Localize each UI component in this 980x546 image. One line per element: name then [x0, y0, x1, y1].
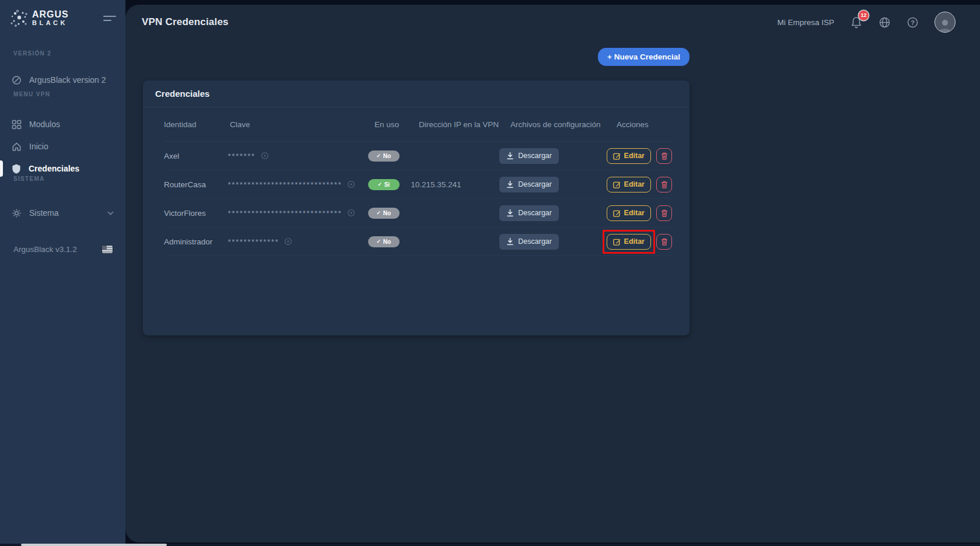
password-mask: ******* — [228, 152, 255, 160]
edit-button-highlight: Editar — [603, 230, 655, 254]
sidebar-item-label: ArgusBlack version 2 — [29, 75, 106, 85]
column-header-ip: Dirección IP en la VPN — [419, 120, 510, 129]
password-mask: ***************************** — [228, 209, 342, 218]
edit-label: Editar — [624, 237, 645, 246]
in-use-badge: ✓ No — [368, 236, 400, 247]
sidebar-item-inicio[interactable]: Inicio — [0, 136, 125, 157]
edit-button[interactable]: Editar — [607, 205, 651, 221]
edit-label: Editar — [624, 152, 645, 160]
edit-button[interactable]: Editar — [607, 177, 651, 192]
user-avatar[interactable] — [935, 12, 956, 33]
delete-button[interactable] — [656, 177, 672, 192]
sidebar-item-label: Sistema — [29, 208, 59, 218]
page-title: VPN Credenciales — [142, 16, 229, 28]
download-button[interactable]: Descargar — [499, 205, 559, 221]
chevron-down-icon — [107, 211, 114, 215]
question-icon: ? — [907, 16, 919, 29]
edit-label: Editar — [624, 180, 645, 188]
sidebar: ARGUS BLACK VERSIÓN 2 ArgusBlack version… — [0, 0, 125, 546]
main-panel: VPN Credenciales Mi Empresa ISP 12 — [125, 5, 980, 542]
language-button[interactable] — [878, 16, 891, 29]
check-icon: ✓ — [377, 181, 382, 187]
notifications-button[interactable]: 12 — [850, 16, 863, 29]
person-icon — [937, 18, 953, 32]
sidebar-item-argusblack-version-2[interactable]: ArgusBlack version 2 — [0, 69, 125, 90]
sidebar-item-label: Credenciales — [29, 164, 79, 173]
in-use-label: No — [383, 239, 391, 245]
molecule-icon — [10, 9, 28, 27]
edit-icon — [613, 209, 621, 217]
sidebar-item-modulos[interactable]: Modulos — [0, 114, 125, 135]
edit-button[interactable]: Editar — [607, 148, 651, 164]
eye-icon[interactable] — [261, 152, 269, 160]
edit-icon — [613, 181, 621, 188]
brand-logo[interactable]: ARGUS BLACK — [10, 9, 69, 27]
download-label: Descargar — [518, 237, 552, 246]
table-row: Administrador ************* ✓ No — [164, 228, 672, 256]
sidebar-item-sistema[interactable]: Sistema — [0, 202, 125, 223]
version-circle-icon — [12, 75, 22, 85]
credential-identity: Administrador — [164, 237, 228, 246]
language-flag-icon[interactable] — [102, 246, 113, 253]
credential-identity: VictorFlores — [164, 209, 228, 218]
new-credential-button[interactable]: + Nueva Credencial — [598, 48, 690, 66]
gear-icon — [12, 208, 22, 218]
svg-text:?: ? — [911, 19, 915, 26]
column-header-acciones: Acciones — [617, 120, 672, 129]
column-header-en-uso: En uso — [374, 120, 419, 129]
download-icon — [506, 237, 514, 246]
in-use-badge: ✓ No — [368, 150, 400, 162]
active-indicator — [0, 160, 3, 177]
sidebar-footer: ArgusBlack v3.1.2 — [13, 245, 113, 254]
table-row: Axel ******* ✓ No Descarg — [164, 142, 672, 170]
vpn-ip-address: 10.215.35.241 — [411, 180, 499, 189]
trash-icon — [661, 181, 668, 188]
column-header-archivos: Archivos de configuración — [510, 120, 617, 129]
table-header-row: Identidad Clave En uso Dirección IP en l… — [164, 107, 672, 142]
trash-icon — [661, 209, 668, 217]
help-button[interactable]: ? — [907, 16, 919, 29]
edit-button-highlight: Editar — [603, 144, 655, 168]
sidebar-toggle-icon[interactable] — [103, 16, 116, 21]
table-row: VictorFlores ***************************… — [164, 199, 672, 228]
eye-icon[interactable] — [347, 209, 355, 217]
horizontal-scrollbar-thumb[interactable] — [21, 544, 167, 546]
eye-icon[interactable] — [347, 180, 355, 188]
app-version: ArgusBlack v3.1.2 — [13, 245, 77, 254]
download-button[interactable]: Descargar — [499, 148, 559, 164]
globe-icon — [878, 16, 891, 29]
sidebar-section-version: VERSIÓN 2 — [13, 50, 51, 57]
edit-button-highlight: Editar — [603, 201, 655, 225]
page: ARGUS BLACK VERSIÓN 2 ArgusBlack version… — [0, 0, 980, 546]
password-mask: ***************************** — [228, 180, 342, 189]
edit-icon — [613, 152, 621, 160]
in-use-badge: ✓ No — [368, 208, 400, 219]
delete-button[interactable] — [656, 148, 672, 164]
eye-icon[interactable] — [284, 237, 292, 246]
brand-name-bottom: BLACK — [32, 20, 69, 26]
download-icon — [506, 152, 514, 160]
home-icon — [12, 142, 22, 152]
column-header-identidad: Identidad — [164, 120, 230, 129]
sidebar-section-menu-vpn: MENU VPN — [13, 91, 50, 97]
in-use-label: No — [383, 153, 391, 159]
delete-button[interactable] — [656, 234, 672, 250]
check-icon: ✓ — [376, 239, 381, 244]
check-icon: ✓ — [376, 210, 381, 216]
download-button[interactable]: Descargar — [499, 177, 559, 192]
edit-button[interactable]: Editar — [607, 234, 651, 250]
password-mask: ************* — [228, 237, 279, 246]
credential-identity: RouterCasa — [164, 180, 228, 189]
in-use-label: No — [383, 210, 391, 216]
delete-button[interactable] — [656, 205, 672, 221]
credential-identity: Axel — [164, 152, 228, 160]
download-icon — [506, 180, 514, 188]
edit-icon — [613, 238, 621, 246]
shield-icon — [12, 164, 21, 174]
download-button[interactable]: Descargar — [499, 234, 559, 250]
credentials-table: Identidad Clave En uso Dirección IP en l… — [143, 107, 690, 256]
download-label: Descargar — [518, 180, 552, 188]
table-body: Axel ******* ✓ No Descarg — [164, 142, 672, 256]
in-use-label: Si — [384, 181, 390, 188]
notifications-count-badge: 12 — [859, 10, 869, 20]
